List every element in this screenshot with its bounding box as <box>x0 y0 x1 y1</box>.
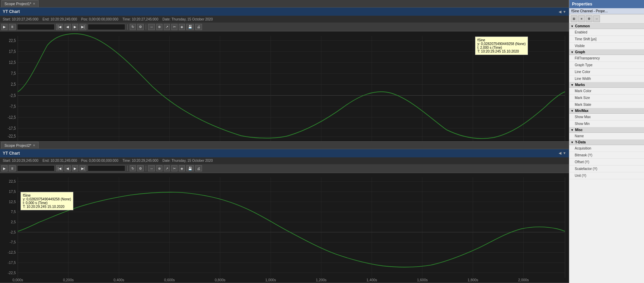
channel-icon-settings[interactable]: ⚙ <box>586 15 592 22</box>
export-btn-1[interactable]: ↗ <box>164 24 170 30</box>
chart-date-1: Date: Thursday, 15 October 2020 <box>162 17 213 21</box>
svg-text:7,5: 7,5 <box>11 210 16 214</box>
scissors-btn-2[interactable]: ✂ <box>171 165 177 171</box>
prop-offset-name: Offset (Y) <box>575 160 643 164</box>
chart-info-bar-2: Start: 10:20:29,245:000 End: 10:20:31,24… <box>0 157 569 164</box>
prop-show-max-name: Show Max <box>575 115 643 119</box>
channel-icon-list[interactable]: ≡ <box>578 15 585 22</box>
collapse-arrow-1[interactable]: ◀ <box>559 10 561 14</box>
last-btn-1[interactable]: ▶| <box>80 24 87 30</box>
play-btn-1[interactable]: ▶ <box>1 24 8 30</box>
chart-title-1: YT Chart <box>3 9 20 14</box>
section-marks-label: Marks <box>575 83 585 87</box>
svg-text:0,400s: 0,400s <box>114 278 124 282</box>
zoom-fit-btn-2[interactable]: ↔ <box>148 165 155 171</box>
prop-time-shift-name: Time Shift [µs] <box>575 37 643 41</box>
save-btn-2[interactable]: 💾 <box>186 165 194 171</box>
section-graph[interactable]: ▼ Graph <box>569 49 644 55</box>
scissors-btn-1[interactable]: ✂ <box>171 24 177 30</box>
zoom-x-btn-2[interactable]: ⊕ <box>156 165 162 171</box>
chart-header-1: YT Chart ◀ ▼ <box>0 8 569 16</box>
prop-bitmask-name: Bitmask (Y) <box>575 153 643 157</box>
prop-bitmask: Bitmask (Y) <box>569 152 644 159</box>
prop-line-width-name: Line Width <box>575 77 643 81</box>
scope-panel-2: Scope Project2* ✕ YT Chart ◀ ▼ Start: 10… <box>0 142 569 283</box>
scope-tab-2[interactable]: Scope Project2* ✕ <box>1 142 39 148</box>
play2-btn-1[interactable]: ▶ <box>72 24 78 30</box>
properties-title: Properties <box>572 2 592 6</box>
svg-text:-22,5: -22,5 <box>8 270 16 274</box>
svg-text:2,5: 2,5 <box>11 220 16 224</box>
zoom-fit-btn-1[interactable]: ↔ <box>148 24 155 30</box>
marks-expand-icon: ▼ <box>571 83 574 87</box>
first-btn-2[interactable]: |◀ <box>56 165 63 171</box>
prop-unit-name: Unit (Y) <box>575 174 643 178</box>
chart-title-2: YT Chart <box>3 151 20 156</box>
pause-btn-2[interactable]: ⏸ <box>9 165 16 171</box>
svg-text:-17,5: -17,5 <box>8 126 16 130</box>
zoom-x-btn-1[interactable]: ⊕ <box>156 24 162 30</box>
prev-btn-2[interactable]: ◀ <box>65 165 71 171</box>
export-btn-2[interactable]: ↗ <box>164 165 170 171</box>
section-marks[interactable]: ▼ Marks <box>569 82 644 88</box>
section-min-max-label: Min/Max <box>575 109 588 113</box>
section-y-data-label: Y-Data <box>575 140 586 144</box>
svg-text:22,5: 22,5 <box>9 38 16 43</box>
sep-2 <box>146 24 146 30</box>
scope-tab-1[interactable]: Scope Project1* ✕ <box>1 0 39 7</box>
prop-enabled-name: Enabled <box>575 30 643 34</box>
channel-icon-arrow[interactable]: → <box>593 15 600 22</box>
pause-btn-1[interactable]: ⏸ <box>9 24 16 30</box>
prop-mark-size-name: Mark Size <box>575 96 643 100</box>
svg-text:1,000s: 1,000s <box>265 278 276 282</box>
y-data-expand-icon: ▼ <box>571 141 574 144</box>
channel-icon-grid[interactable]: ⊞ <box>571 15 577 22</box>
svg-text:-12,5: -12,5 <box>8 115 16 119</box>
prop-name: Name <box>569 133 644 140</box>
last-btn-2[interactable]: ▶| <box>80 165 87 171</box>
print-btn-2[interactable]: 🖨 <box>195 165 202 171</box>
prop-fill-transparency: FillTransparency <box>569 55 644 62</box>
section-min-max[interactable]: ▼ Min/Max <box>569 108 644 114</box>
time-pos-input-2[interactable]: 0:00:00:00,000:000 <box>88 165 125 171</box>
prop-graph-type-name: Graph Type <box>575 63 643 67</box>
marker-btn-1[interactable]: ◈ <box>179 24 185 30</box>
svg-text:1,600s: 1,600s <box>417 278 428 282</box>
time-range-input-2[interactable]: 0:00:00:02,000:000 <box>17 165 55 171</box>
prop-show-min: Show Min <box>569 121 644 127</box>
play2-btn-2[interactable]: ▶ <box>72 165 78 171</box>
time-pos-input-1[interactable]: 0:00:00:00,000:000 <box>88 24 125 30</box>
scope-tab-1-close[interactable]: ✕ <box>33 2 35 5</box>
properties-header: Properties <box>569 0 644 8</box>
marker-btn-2[interactable]: ◈ <box>179 165 185 171</box>
chart-end-2: End: 10:20:31,245:000 <box>43 159 77 162</box>
config-btn-1[interactable]: ⚙ <box>137 24 144 30</box>
section-y-data[interactable]: ▼ Y-Data <box>569 140 644 145</box>
scope-tab-2-close[interactable]: ✕ <box>33 144 35 147</box>
prop-scalefactor-name: Scalefactor (Y) <box>575 167 643 171</box>
refresh-btn-1[interactable]: ↻ <box>130 24 136 30</box>
first-btn-1[interactable]: |◀ <box>56 24 63 30</box>
print-btn-1[interactable]: 🖨 <box>195 24 202 30</box>
chart-end-1: End: 10:20:29,245:000 <box>43 17 77 21</box>
main-content: Scope Project1* ✕ YT Chart ◀ ▼ Start: 10… <box>0 0 569 283</box>
sep-1 <box>127 24 128 30</box>
chart-svg-1: 22,5 17,5 12,5 7,5 2,5 -2,5 -7,5 -12,5 -… <box>0 31 569 141</box>
chart-area-2: 22,5 17,5 12,5 7,5 2,5 -2,5 -7,5 -12,5 -… <box>0 173 569 283</box>
refresh-btn-2[interactable]: ↻ <box>130 165 136 171</box>
config-btn-2[interactable]: ⚙ <box>137 165 144 171</box>
chart-toolbar-2: ▶ ⏸ 0:00:00:02,000:000 |◀ ◀ ▶ ▶| 0:00:00… <box>0 164 569 173</box>
section-common[interactable]: ▼ Common <box>569 24 644 29</box>
section-common-label: Common <box>575 24 590 28</box>
time-range-input-1[interactable]: 0:00:00:02,000:000 <box>17 24 55 30</box>
play-btn-2[interactable]: ▶ <box>1 165 8 171</box>
svg-text:1,800s: 1,800s <box>468 278 478 282</box>
prev-btn-1[interactable]: ◀ <box>65 24 71 30</box>
expand-arrow-1[interactable]: ▼ <box>563 10 566 14</box>
prop-line-color: Line Color <box>569 69 644 75</box>
save-btn-1[interactable]: 💾 <box>186 24 194 30</box>
collapse-arrow-2[interactable]: ◀ <box>559 151 561 155</box>
chart-header-controls-1: ◀ ▼ <box>559 10 566 14</box>
expand-arrow-2[interactable]: ▼ <box>563 151 566 155</box>
section-misc[interactable]: ▼ Misc <box>569 127 644 133</box>
